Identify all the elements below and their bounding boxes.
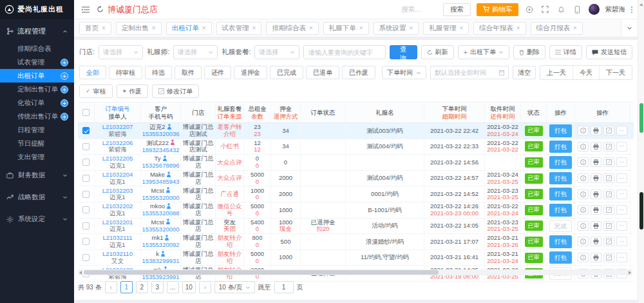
- status-tab-待选[interactable]: 待选: [145, 66, 172, 79]
- print-icon-button[interactable]: [591, 142, 601, 152]
- info-icon-button[interactable]: i: [578, 190, 589, 199]
- pack-button[interactable]: 打包: [549, 188, 572, 200]
- tab-close-icon[interactable]: ×: [516, 25, 520, 32]
- tab-close-icon[interactable]: ×: [459, 25, 463, 32]
- tab-close-icon[interactable]: ×: [573, 25, 577, 32]
- status-tab-退押金[interactable]: 退押金: [234, 66, 267, 79]
- tab-综合月报表[interactable]: 综合月报表×: [531, 22, 583, 35]
- plus-icon[interactable]: +: [61, 72, 68, 80]
- info-icon-button[interactable]: i: [578, 237, 589, 246]
- page-size-select[interactable]: 10 条/页: [214, 281, 255, 293]
- info-icon-button[interactable]: i: [578, 173, 589, 183]
- page-button-10[interactable]: 10: [182, 281, 196, 293]
- row-checkbox[interactable]: [82, 254, 90, 261]
- mobile-icon[interactable]: [573, 5, 583, 15]
- table-row[interactable]: L21032205迈克1Ty15325678896博诚厦门总店大众点评00020…: [78, 155, 634, 171]
- page-ellipsis[interactable]: ...: [167, 281, 179, 293]
- print-icon-button[interactable]: [591, 237, 601, 246]
- more-icon-button[interactable]: ···: [616, 253, 627, 262]
- prev-day-button[interactable]: 上一天: [540, 66, 573, 79]
- edit-icon-button[interactable]: [603, 237, 614, 246]
- pack-button[interactable]: 打包: [549, 172, 572, 185]
- pack-button[interactable]: 打包: [549, 141, 572, 153]
- page-button-1[interactable]: 1: [120, 281, 133, 293]
- bulk-修改订单-button[interactable]: 修改订单: [152, 84, 199, 98]
- plus-icon[interactable]: +: [61, 113, 68, 121]
- send-sms-button[interactable]: 发送短信: [586, 45, 632, 59]
- more-icon-button[interactable]: ···: [616, 142, 627, 152]
- jump-page-input[interactable]: [274, 281, 294, 293]
- pack-button[interactable]: 打包: [549, 124, 572, 137]
- print-icon-button[interactable]: [591, 173, 601, 183]
- tab-close-icon[interactable]: ×: [309, 25, 313, 32]
- print-icon-button[interactable]: [591, 126, 601, 135]
- print-icon-button[interactable]: [591, 253, 601, 262]
- next-day-button[interactable]: 下一天: [599, 66, 632, 79]
- edit-icon-button[interactable]: [603, 126, 614, 135]
- sidebar-item-排期综合表[interactable]: 排期综合表: [0, 42, 74, 55]
- tab-close-icon[interactable]: ×: [410, 25, 413, 32]
- table-row[interactable]: L21032111迈克1mk115355320092博诚厦门总店朋友转介绍800…: [78, 234, 634, 250]
- more-vert-icon[interactable]: [631, 6, 632, 13]
- horizontal-scrollbar[interactable]: [78, 269, 632, 275]
- sidebar-item-出租订单[interactable]: 出租订单+: [0, 69, 74, 83]
- today-button[interactable]: 今天: [573, 66, 599, 79]
- print-icon-button[interactable]: [591, 221, 601, 231]
- sidebar-item-试衣管理[interactable]: 试衣管理+: [0, 55, 74, 69]
- new-rental-order-button[interactable]: + 出租下单: [458, 45, 509, 59]
- refresh-button[interactable]: 刷新: [421, 45, 454, 59]
- complete-button[interactable]: 完成: [549, 220, 572, 233]
- tab-首页[interactable]: 首页×: [79, 22, 111, 35]
- row-checkbox[interactable]: [82, 238, 90, 245]
- row-checkbox[interactable]: [82, 206, 90, 213]
- tab-出租订单[interactable]: 出租订单×: [166, 22, 212, 35]
- status-tab-已退单[interactable]: 已退单: [306, 66, 339, 79]
- tab-close-icon[interactable]: ×: [252, 25, 256, 32]
- sidebar-section-系统设定[interactable]: 系统设定: [0, 209, 74, 230]
- bell-icon[interactable]: [556, 5, 567, 15]
- bulk-审核-button[interactable]: ✓审核: [79, 84, 113, 98]
- tabs-dropdown-chevron-icon[interactable]: [621, 19, 638, 37]
- table-row[interactable]: L21032201迈克1Mcst15355320000博诚厦门总店突发美团540…: [78, 219, 634, 235]
- status-tab-全部[interactable]: 全部: [79, 66, 106, 79]
- status-tab-已作废[interactable]: 已作废: [342, 66, 375, 79]
- tab-礼服管理[interactable]: 礼服管理×: [423, 22, 469, 35]
- row-checkbox[interactable]: [82, 175, 90, 182]
- info-icon-button[interactable]: i: [578, 126, 589, 135]
- more-icon-button[interactable]: ···: [616, 221, 627, 231]
- scroll-left-arrow-icon[interactable]: [79, 271, 82, 275]
- edit-icon-button[interactable]: [603, 221, 614, 231]
- sidebar-item-支出管理[interactable]: 支出管理: [0, 150, 74, 164]
- target-icon[interactable]: [524, 5, 535, 15]
- sidebar-item-日程管理[interactable]: 日程管理: [0, 123, 74, 137]
- table-row[interactable]: L21032203迈克1Mcst15355320000博诚厦门总店广点通1000…: [78, 186, 634, 202]
- row-checkbox[interactable]: [82, 127, 90, 134]
- edit-icon-button[interactable]: [603, 190, 614, 199]
- vertical-scrollbar-thumb[interactable]: [639, 103, 643, 133]
- edit-icon-button[interactable]: [603, 205, 614, 215]
- more-icon-button[interactable]: ···: [616, 190, 627, 199]
- status-tab-待审核[interactable]: 待审核: [109, 66, 142, 79]
- sidebar-section-process[interactable]: 流程管理: [0, 19, 74, 42]
- info-icon-button[interactable]: i: [578, 205, 589, 215]
- collapse-menu-icon[interactable]: [80, 5, 91, 15]
- info-icon-button[interactable]: i: [578, 253, 589, 262]
- vertical-scrollbar-thumb-secondary[interactable]: [639, 192, 643, 230]
- prev-page-button[interactable]: ‹: [105, 281, 117, 293]
- more-icon-button[interactable]: ···: [616, 205, 627, 215]
- print-icon-button[interactable]: [591, 157, 601, 167]
- tab-系统设置[interactable]: 系统设置×: [374, 22, 419, 35]
- detail-button[interactable]: 详情: [549, 45, 582, 59]
- tab-礼服下单[interactable]: 礼服下单×: [323, 22, 369, 35]
- edit-icon-button[interactable]: [603, 173, 614, 183]
- page-button-3[interactable]: 3: [151, 281, 164, 293]
- scroll-up-arrow-icon[interactable]: [639, 3, 643, 6]
- row-checkbox[interactable]: [82, 222, 90, 230]
- plus-icon[interactable]: +: [61, 86, 68, 93]
- pack-button[interactable]: 打包: [549, 251, 572, 264]
- tab-综合年报表[interactable]: 综合年报表×: [473, 22, 526, 35]
- keyword-input[interactable]: [303, 45, 386, 59]
- sidebar-item-传统出售订单[interactable]: 传统出售订单+: [0, 110, 74, 123]
- info-icon-button[interactable]: i: [578, 142, 589, 152]
- print-icon-button[interactable]: [591, 205, 601, 215]
